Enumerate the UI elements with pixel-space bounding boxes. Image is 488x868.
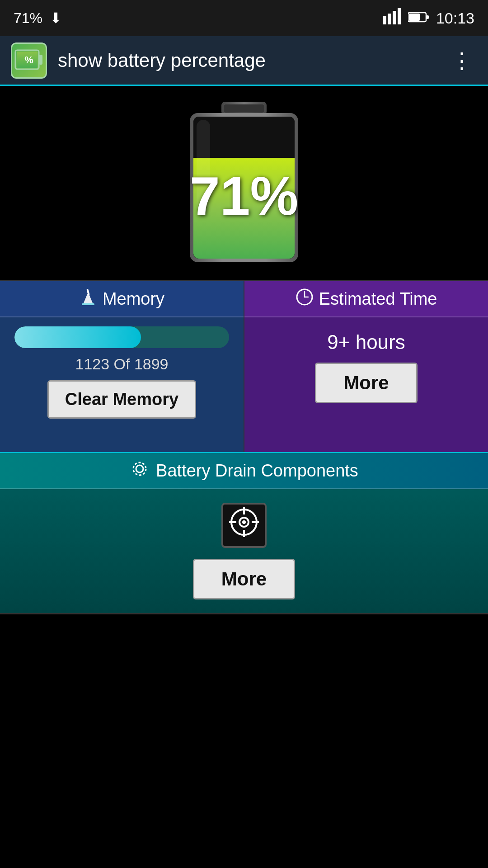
svg-rect-20 [86,288,89,295]
signal-icon [383,8,401,28]
estimated-time-card: Estimated Time 9+ hours More [244,281,488,452]
time-display: 10:13 [436,9,474,27]
svg-rect-5 [426,15,429,19]
memory-broom-icon [79,288,97,310]
status-left: 71% ⬇ [14,9,62,27]
battery-drain-header: Battery Drain Components [0,453,488,489]
svg-point-33 [242,520,246,524]
svg-point-26 [133,462,146,475]
more-estimated-button[interactable]: More [315,363,417,403]
svg-rect-0 [383,16,386,24]
memory-label: Memory [103,289,164,309]
svg-rect-1 [388,14,391,24]
battery-icon-status [408,9,429,27]
clock-icon [296,288,314,310]
battery-percentage: 71% [190,165,298,227]
svg-rect-6 [409,14,420,21]
estimated-label: Estimated Time [319,289,437,309]
section-divider [0,613,488,614]
app-icon: % [11,42,47,79]
svg-point-25 [136,465,143,472]
svg-text:%: % [24,54,33,66]
app-bar: % show battery percentage ⋮ [0,36,488,86]
battery-container: 71% [181,97,307,269]
gear-icon [130,459,150,483]
battery-drain-section: Battery Drain Components More [0,452,488,613]
gps-icon-container [221,503,267,548]
battery-display: 71% [0,86,488,280]
svg-rect-3 [398,8,401,24]
svg-rect-2 [393,11,396,24]
cards-section: Memory 1123 Of 1899 Clear Memory Estimat… [0,280,488,452]
memory-stats: 1123 Of 1899 [75,355,168,373]
svg-rect-21 [82,303,94,305]
battery-drain-label: Battery Drain Components [156,461,358,481]
estimated-card-header: Estimated Time [244,281,488,317]
estimated-time-value: 9+ hours [327,331,405,354]
battery-drain-body: More [0,489,488,613]
memory-card-header: Memory [0,281,244,317]
status-bar: 71% ⬇ 10:13 [0,0,488,36]
status-right: 10:13 [383,8,474,28]
memory-bar-fill [14,326,141,348]
download-icon: ⬇ [50,9,62,27]
memory-card: Memory 1123 Of 1899 Clear Memory [0,281,244,452]
gps-target-icon [228,506,260,544]
clear-memory-button[interactable]: Clear Memory [47,380,196,419]
memory-bar [14,326,229,348]
more-drain-button[interactable]: More [193,559,295,599]
app-title: show battery percentage [58,50,436,71]
battery-percent-status: 71% [14,10,42,27]
menu-icon[interactable]: ⋮ [446,43,477,78]
svg-rect-12 [224,104,264,113]
svg-rect-8 [39,55,42,65]
